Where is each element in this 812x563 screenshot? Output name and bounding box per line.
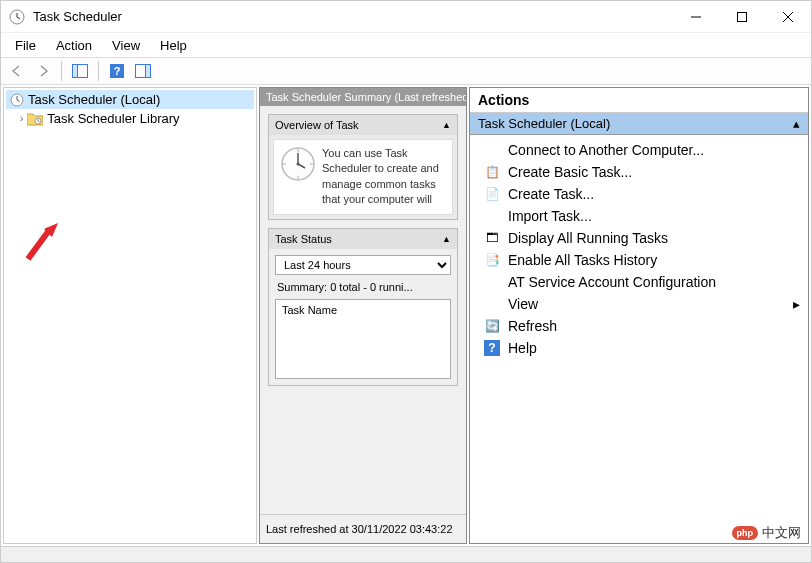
task-status-title: Task Status bbox=[275, 233, 332, 245]
show-hide-action-pane-button[interactable] bbox=[131, 59, 155, 83]
action-label: Enable All Tasks History bbox=[508, 252, 657, 268]
watermark-text: 中文网 bbox=[762, 524, 801, 542]
svg-text:?: ? bbox=[114, 65, 121, 77]
task-status-body: Last 24 hours Summary: 0 total - 0 runni… bbox=[269, 249, 457, 385]
tree-root[interactable]: Task Scheduler (Local) bbox=[6, 90, 254, 109]
overview-text: You can use Task Scheduler to create and… bbox=[322, 146, 446, 208]
action-item-4[interactable]: 🗔Display All Running Tasks bbox=[470, 227, 808, 249]
action-icon: 🔄 bbox=[484, 318, 500, 334]
menu-file[interactable]: File bbox=[7, 36, 44, 55]
toolbar: ? bbox=[1, 57, 811, 85]
action-label: AT Service Account Configuration bbox=[508, 274, 716, 290]
svg-rect-7 bbox=[146, 65, 151, 78]
clock-icon bbox=[9, 9, 25, 25]
action-item-3[interactable]: Import Task... bbox=[470, 205, 808, 227]
annotation-arrow bbox=[22, 223, 58, 267]
action-icon: 📑 bbox=[484, 252, 500, 268]
actions-subheader[interactable]: Task Scheduler (Local) ▴ bbox=[470, 113, 808, 135]
show-hide-console-tree-button[interactable] bbox=[68, 59, 92, 83]
svg-rect-1 bbox=[738, 12, 747, 21]
titlebar: Task Scheduler bbox=[1, 1, 811, 33]
action-icon: 📄 bbox=[484, 186, 500, 202]
collapse-icon[interactable]: ▴ bbox=[793, 116, 800, 131]
menubar: File Action View Help bbox=[1, 33, 811, 57]
action-label: Connect to Another Computer... bbox=[508, 142, 704, 158]
action-label: View bbox=[508, 296, 538, 312]
action-item-0[interactable]: Connect to Another Computer... bbox=[470, 139, 808, 161]
task-status-header: Task Status ▲ bbox=[269, 229, 457, 249]
overview-content: You can use Task Scheduler to create and… bbox=[273, 139, 453, 215]
summary-body: Overview of Task ▲ You can use Task Sche… bbox=[260, 106, 466, 514]
collapse-icon[interactable]: ▲ bbox=[442, 234, 451, 244]
action-label: Display All Running Tasks bbox=[508, 230, 668, 246]
close-button[interactable] bbox=[765, 1, 811, 33]
action-icon: ? bbox=[484, 340, 500, 356]
last-refreshed-label: Last refreshed at 30/11/2022 03:43:22 bbox=[260, 514, 466, 543]
window-title: Task Scheduler bbox=[33, 9, 673, 24]
clock-icon bbox=[10, 93, 24, 107]
toolbar-separator bbox=[98, 61, 99, 81]
tree-item-library[interactable]: › Task Scheduler Library bbox=[6, 109, 254, 128]
tree-root-label: Task Scheduler (Local) bbox=[28, 92, 160, 107]
folder-icon bbox=[27, 112, 43, 126]
action-item-2[interactable]: 📄Create Task... bbox=[470, 183, 808, 205]
action-label: Import Task... bbox=[508, 208, 592, 224]
summary-header: Task Scheduler Summary (Last refreshed bbox=[260, 88, 466, 106]
action-item-1[interactable]: 📋Create Basic Task... bbox=[470, 161, 808, 183]
tree-pane: Task Scheduler (Local) › Task Scheduler … bbox=[3, 87, 257, 544]
overview-title: Overview of Task bbox=[275, 119, 359, 131]
minimize-button[interactable] bbox=[673, 1, 719, 33]
menu-action[interactable]: Action bbox=[48, 36, 100, 55]
window-controls bbox=[673, 1, 811, 33]
action-label: Refresh bbox=[508, 318, 557, 334]
action-label: Help bbox=[508, 340, 537, 356]
menu-help[interactable]: Help bbox=[152, 36, 195, 55]
action-icon bbox=[484, 274, 500, 290]
task-status-panel: Task Status ▲ Last 24 hours Summary: 0 t… bbox=[268, 228, 458, 386]
time-range-combo[interactable]: Last 24 hours bbox=[275, 255, 451, 275]
actions-pane: Actions Task Scheduler (Local) ▴ Connect… bbox=[469, 87, 809, 544]
action-icon: 🗔 bbox=[484, 230, 500, 246]
tree-child-label: Task Scheduler Library bbox=[47, 111, 179, 126]
chevron-right-icon[interactable]: › bbox=[20, 113, 23, 124]
actions-list: Connect to Another Computer...📋Create Ba… bbox=[470, 135, 808, 543]
statusbar bbox=[1, 546, 811, 562]
action-item-5[interactable]: 📑Enable All Tasks History bbox=[470, 249, 808, 271]
chevron-right-icon: ▸ bbox=[793, 296, 800, 312]
action-item-9[interactable]: ?Help bbox=[470, 337, 808, 359]
help-button[interactable]: ? bbox=[105, 59, 129, 83]
actions-header: Actions bbox=[470, 88, 808, 113]
action-item-8[interactable]: 🔄Refresh bbox=[470, 315, 808, 337]
back-button[interactable] bbox=[5, 59, 29, 83]
action-label: Create Basic Task... bbox=[508, 164, 632, 180]
task-name-list[interactable]: Task Name bbox=[275, 299, 451, 379]
action-label: Create Task... bbox=[508, 186, 594, 202]
collapse-icon[interactable]: ▲ bbox=[442, 120, 451, 130]
action-item-6[interactable]: AT Service Account Configuration bbox=[470, 271, 808, 293]
action-icon bbox=[484, 208, 500, 224]
task-name-header: Task Name bbox=[282, 304, 337, 316]
toolbar-separator bbox=[61, 61, 62, 81]
actions-context-label: Task Scheduler (Local) bbox=[478, 116, 610, 131]
menu-view[interactable]: View bbox=[104, 36, 148, 55]
summary-pane: Task Scheduler Summary (Last refreshed O… bbox=[259, 87, 467, 544]
watermark: php 中文网 bbox=[732, 524, 802, 542]
action-icon bbox=[484, 296, 500, 312]
watermark-badge: php bbox=[732, 526, 759, 540]
clock-icon bbox=[280, 146, 316, 182]
action-item-7[interactable]: View▸ bbox=[470, 293, 808, 315]
svg-rect-3 bbox=[73, 65, 78, 78]
forward-button[interactable] bbox=[31, 59, 55, 83]
maximize-button[interactable] bbox=[719, 1, 765, 33]
overview-header: Overview of Task ▲ bbox=[269, 115, 457, 135]
overview-panel: Overview of Task ▲ You can use Task Sche… bbox=[268, 114, 458, 220]
action-icon: 📋 bbox=[484, 164, 500, 180]
status-summary-text: Summary: 0 total - 0 runni... bbox=[275, 275, 451, 299]
action-icon bbox=[484, 142, 500, 158]
main-area: Task Scheduler (Local) › Task Scheduler … bbox=[1, 85, 811, 546]
